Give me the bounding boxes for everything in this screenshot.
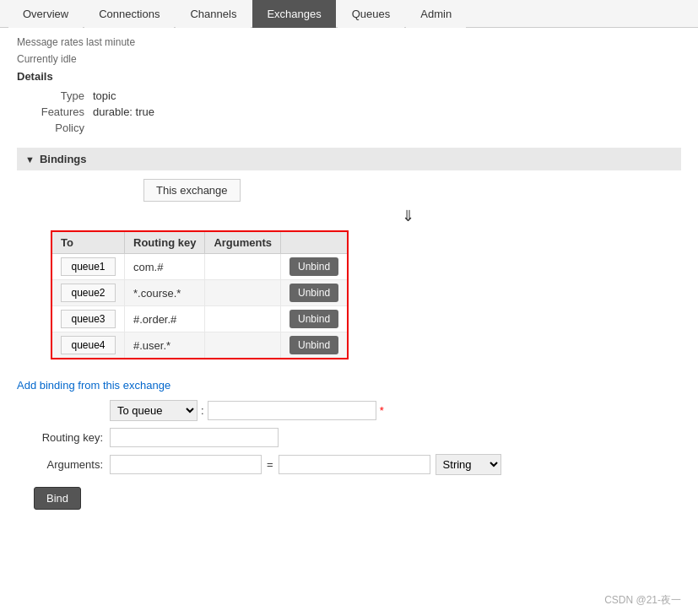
unbind-button[interactable]: Unbind <box>289 284 338 302</box>
bind-button[interactable]: Bind <box>34 487 81 510</box>
queue-button[interactable]: queue1 <box>61 257 116 276</box>
details-row-features: Features durable: true <box>25 105 681 118</box>
policy-label: Policy <box>25 122 93 134</box>
tab-admin[interactable]: Admin <box>406 0 466 28</box>
arguments-form-label: Arguments: <box>17 458 110 471</box>
queue-button[interactable]: queue3 <box>61 310 116 328</box>
col-action <box>281 232 348 254</box>
binding-to-cell: queue1 <box>52 254 125 280</box>
col-to: To <box>52 232 125 254</box>
binding-to-cell: queue3 <box>52 306 125 332</box>
binding-arguments-cell <box>205 254 281 280</box>
binding-routing-key-cell: *.course.* <box>125 280 205 306</box>
queue-button[interactable]: queue2 <box>61 284 116 302</box>
binding-arguments-cell <box>205 306 281 332</box>
idle-status: Currently idle <box>17 53 681 65</box>
table-row: queue3#.order.#Unbind <box>52 306 347 332</box>
tab-connections[interactable]: Connections <box>84 0 174 28</box>
binding-unbind-cell: Unbind <box>281 280 348 306</box>
table-row: queue2*.course.*Unbind <box>52 280 347 306</box>
arguments-key-input[interactable] <box>110 455 262 474</box>
details-table: Type topic Features durable: true Policy <box>25 89 681 134</box>
bindings-collapse-arrow: ▼ <box>25 154 35 165</box>
equals-sign: = <box>267 458 273 471</box>
tab-overview[interactable]: Overview <box>8 0 83 28</box>
binding-to-cell: queue4 <box>52 332 125 359</box>
binding-arguments-cell <box>205 280 281 306</box>
type-label: Type <box>25 89 93 102</box>
routing-key-form-label: Routing key: <box>17 431 110 444</box>
arguments-type-select[interactable]: String Number Boolean <box>436 454 501 475</box>
main-content: Message rates last minute Currently idle… <box>0 28 698 518</box>
tab-queues[interactable]: Queues <box>338 0 405 28</box>
type-value: topic <box>93 89 116 102</box>
binding-arguments-cell <box>205 332 281 359</box>
details-row-policy: Policy <box>25 122 681 134</box>
table-row: queue1com.#Unbind <box>52 254 347 280</box>
features-value: durable: true <box>93 105 154 118</box>
bindings-body: This exchange ⇓ To Routing key Arguments… <box>17 179 681 370</box>
bindings-table-wrapper: To Routing key Arguments queue1com.#Unbi… <box>51 230 349 359</box>
bind-button-row: Bind <box>17 482 681 510</box>
details-title: Details <box>17 70 681 83</box>
add-binding-label: Add binding from this exchange <box>17 379 681 392</box>
arguments-value-input[interactable] <box>279 455 430 474</box>
queue-button[interactable]: queue4 <box>61 336 116 354</box>
routing-key-row: Routing key: <box>17 428 681 447</box>
binding-routing-key-cell: #.order.# <box>125 306 205 332</box>
unbind-button[interactable]: Unbind <box>289 257 338 276</box>
table-row: queue4#.user.*Unbind <box>52 332 347 359</box>
binding-to-cell: queue2 <box>52 280 125 306</box>
required-star: * <box>380 404 384 417</box>
bindings-table: To Routing key Arguments queue1com.#Unbi… <box>52 232 347 358</box>
col-routing-key: Routing key <box>125 232 205 254</box>
details-row-type: Type topic <box>25 89 681 102</box>
binding-unbind-cell: Unbind <box>281 254 348 280</box>
binding-unbind-cell: Unbind <box>281 306 348 332</box>
binding-routing-key-cell: com.# <box>125 254 205 280</box>
bindings-header[interactable]: ▼ Bindings <box>17 148 681 170</box>
message-rates-status: Message rates last minute <box>17 36 681 48</box>
bindings-title: Bindings <box>40 153 87 165</box>
features-label: Features <box>25 105 93 118</box>
binding-unbind-cell: Unbind <box>281 332 348 359</box>
arguments-row: Arguments: = String Number Boolean <box>17 454 681 475</box>
unbind-button[interactable]: Unbind <box>289 336 338 354</box>
to-queue-select[interactable]: To queue To exchange <box>110 400 197 421</box>
to-queue-row: To queue To exchange : * <box>17 400 681 421</box>
this-exchange-button[interactable]: This exchange <box>143 179 241 202</box>
nav-tabs: Overview Connections Channels Exchanges … <box>0 0 698 28</box>
to-queue-input[interactable] <box>208 401 376 420</box>
down-arrow-icon: ⇓ <box>143 207 673 225</box>
binding-routing-key-cell: #.user.* <box>125 332 205 359</box>
unbind-button[interactable]: Unbind <box>289 310 338 328</box>
tab-channels[interactable]: Channels <box>176 0 251 28</box>
tab-exchanges[interactable]: Exchanges <box>252 0 335 28</box>
col-arguments: Arguments <box>205 232 281 254</box>
routing-key-input[interactable] <box>110 428 279 447</box>
